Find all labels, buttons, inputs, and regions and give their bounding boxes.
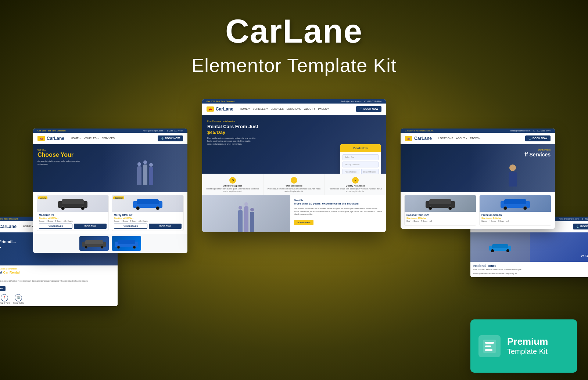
left-nav-links: HOME ▾ VEHICLES ▾ SERVICES bbox=[71, 137, 115, 140]
right-logo-icon: 🚗 bbox=[405, 136, 412, 141]
main-hero-section: First Class car rental service Rental Ca… bbox=[202, 115, 386, 174]
main-nav-pages[interactable]: PAGES ▾ bbox=[318, 108, 329, 111]
left-book-now-1[interactable]: BOOK NOW bbox=[74, 224, 107, 229]
feature-quality: ✓ Quality Assurance Pellentesque ornare … bbox=[325, 174, 386, 195]
premium-title: Premium bbox=[507, 336, 548, 347]
about-title: More than 10 years' experience in the in… bbox=[294, 202, 382, 206]
bl-logo: 🚗 CarLane bbox=[0, 224, 17, 229]
svg-bar-2 bbox=[485, 345, 491, 347]
right-car-specs-1: SUV4 Doors7 SeatsAC bbox=[406, 220, 474, 222]
left-car-badge-1: Luxury bbox=[38, 196, 47, 199]
br-section-title: National Tours bbox=[473, 264, 588, 268]
feature-support: ⚙ 24 Hours Support Pellentesque ornare s… bbox=[202, 174, 263, 195]
left-book-now-2[interactable]: BOOK NOW bbox=[149, 224, 182, 229]
main-hero-tag: First Class car rental service bbox=[207, 120, 381, 122]
right-car-specs-2: Saloon4 Doors5 SeatsAC bbox=[481, 220, 549, 222]
left-car-price-1: Starting at $45/day bbox=[39, 217, 107, 219]
main-nav-locations[interactable]: LOCATIONS bbox=[287, 108, 301, 111]
main-nav-vehicles[interactable]: VEHICLES ▾ bbox=[253, 108, 268, 111]
left-view-details-2[interactable]: VIEW DETAILS bbox=[114, 224, 147, 229]
elementor-icon bbox=[478, 335, 501, 357]
bl-topbar-left: Get 15% First Time Discount. bbox=[0, 218, 18, 220]
right-topbar: Get 15% First Time Discount. hello@examp… bbox=[401, 129, 555, 133]
left-car-card-2: Sportster Mercy OMG GT Starting at $65/d… bbox=[112, 195, 184, 231]
right-topbar-contact: hello@example.com +1 -222-333-4444 bbox=[510, 130, 551, 132]
quality-icon: ✓ bbox=[352, 177, 359, 184]
left-topbar-contact: hello@example.com +1 -222-333-4444 bbox=[143, 130, 183, 132]
about-label: About Us bbox=[294, 199, 382, 201]
left-car-card-1: Luxury Maclaren P3 Starting at $45/day S… bbox=[37, 195, 109, 231]
booking-dropoff-date[interactable]: Drop Off Date bbox=[361, 169, 379, 174]
quality-desc: Pellentesque ornare sem lacinia quam ven… bbox=[327, 188, 384, 192]
right-nav-logo: 🚗 CarLane bbox=[405, 136, 432, 141]
main-nav-cta[interactable]: ⚓ BOOK NOW bbox=[356, 106, 381, 112]
bl-guarantee: 100% Satisfaction Guarantee! bbox=[0, 268, 115, 270]
right-nav-cta[interactable]: ⚓ BOOK NOW bbox=[525, 135, 551, 141]
bl-icon-rental: 🏢 Rental Outlets bbox=[13, 294, 24, 304]
main-nav-home[interactable]: HOME ▾ bbox=[240, 108, 250, 111]
main-topbar: Get 15% First Time Discount. hello@examp… bbox=[202, 99, 386, 104]
left-car-name-2: Mercy OMG GT bbox=[114, 214, 182, 216]
left-car-art-2 bbox=[133, 197, 162, 210]
right-car-2: Premium Saloon Starting at $40/day Saloo… bbox=[479, 195, 551, 226]
right-car-price-1: Starting at $55/day bbox=[406, 217, 474, 219]
main-nav-links: HOME ▾ VEHICLES ▾ SERVICES LOCATIONS ABO… bbox=[240, 108, 329, 111]
left-view-details-1[interactable]: VIEW DETAILS bbox=[39, 224, 72, 229]
booking-pickup-date[interactable]: Pick Up Date bbox=[343, 169, 360, 174]
left-car-img-1: Luxury bbox=[37, 195, 108, 212]
booking-pickup-location[interactable]: Pick up Location bbox=[343, 162, 379, 167]
left-nav-home[interactable]: HOME ▾ bbox=[71, 137, 81, 140]
right-car-img-2 bbox=[480, 195, 551, 212]
right-nav-locations[interactable]: LOCATIONS bbox=[438, 137, 453, 140]
bl-book-btn[interactable]: BOOK NOW bbox=[0, 286, 6, 291]
main-navbar: 🚗 CarLane HOME ▾ VEHICLES ▾ SERVICES LOC… bbox=[202, 104, 386, 115]
left-bottom-cars bbox=[33, 234, 187, 253]
main-nav-logo: 🚗 CarLane bbox=[207, 106, 233, 112]
left-hero-desc: Aenean lacinia bibendum nulla sed consec… bbox=[37, 160, 89, 166]
app-subtitle: Elementor Template Kit bbox=[0, 54, 588, 76]
rental-label: Rental Outlets bbox=[13, 302, 24, 304]
left-nav-services[interactable]: SERVICES bbox=[102, 137, 115, 140]
br-sub-text: Lorem ipsum dolor sit amet consectetur a… bbox=[473, 272, 588, 275]
premium-subtitle: Template Kit bbox=[507, 347, 548, 356]
right-navbar: 🚗 CarLane LOCATIONS ABOUT ▾ PAGES ▾ ⚓ BO… bbox=[401, 133, 555, 144]
main-nav-about[interactable]: ABOUT ▾ bbox=[304, 108, 315, 111]
br-img-left bbox=[470, 232, 530, 262]
right-nav-pages[interactable]: PAGES ▾ bbox=[470, 137, 481, 140]
about-learn-more-btn[interactable]: LEARN MORE bbox=[294, 220, 313, 225]
main-topbar-contact: hello@example.com +1 -222-333-4444 bbox=[341, 100, 381, 102]
right-nav-about[interactable]: ABOUT ▾ bbox=[456, 137, 467, 140]
left-logo-icon: 🚗 bbox=[37, 136, 45, 141]
left-nav-cta[interactable]: ⚓ BOOK NOW bbox=[158, 135, 183, 141]
dropoff-icon: 📍 bbox=[1, 294, 8, 301]
about-image bbox=[202, 195, 290, 232]
right-services-title: ff Services bbox=[405, 152, 551, 158]
main-logo-icon: 🚗 bbox=[207, 106, 214, 112]
right-car-price-2: Starting at $40/day bbox=[481, 217, 549, 219]
left-car-specs-1: Sedan4 Doors5 SeatsAC / Heater bbox=[39, 220, 107, 222]
right-car-body-1: National Tour SUV Starting at $55/day SU… bbox=[405, 212, 476, 225]
right-hero-section: Our Services ff Services bbox=[401, 144, 555, 192]
bl-text: Lorem nulla sed. Aenean at facilisis in … bbox=[0, 280, 115, 282]
left-car-img-2: Sportster bbox=[112, 195, 183, 212]
br-bottom-content: National Tours Nam nulla sed. Aenean lor… bbox=[470, 262, 588, 277]
feature-maintained: ⚡ Well Maintained Pellentesque ornare se… bbox=[263, 174, 325, 195]
left-car-body-2: Mercy OMG GT Starting at $65/day Sedan4 … bbox=[112, 212, 183, 231]
left-our-vehicles: Our Ve... bbox=[37, 149, 183, 151]
left-car-actions-2: VIEW DETAILS BOOK NOW bbox=[114, 224, 182, 229]
dropoff-label: Drop-off Point bbox=[0, 302, 10, 304]
left-nav-vehicles[interactable]: VEHICLES ▾ bbox=[84, 137, 99, 140]
right-car-1: National Tour SUV Starting at $55/day SU… bbox=[404, 195, 476, 226]
br-nav-cta[interactable]: ⚓ BOOK NOW bbox=[573, 224, 588, 229]
booking-select-car[interactable]: Select Car bbox=[343, 154, 379, 160]
maintained-desc: Pellentesque ornare sem lacinia quam ven… bbox=[266, 188, 322, 192]
left-car-actions-1: VIEW DETAILS BOOK NOW bbox=[39, 224, 107, 229]
bl-nav-home[interactable]: HOME ▾ bbox=[23, 225, 33, 228]
booking-widget: Book Now Select Car Pick up Location Pic… bbox=[340, 144, 381, 174]
svg-bar-1 bbox=[485, 342, 494, 344]
main-nav-services[interactable]: SERVICES bbox=[271, 108, 284, 111]
right-car-name-2: Premium Saloon bbox=[481, 214, 549, 216]
right-driver-head bbox=[509, 164, 516, 171]
left-car-body-1: Maclaren P3 Starting at $45/day Sedan4 D… bbox=[37, 212, 108, 231]
left-hero-content: Our Ve... Choose Your Aenean lacinia bib… bbox=[33, 144, 187, 170]
